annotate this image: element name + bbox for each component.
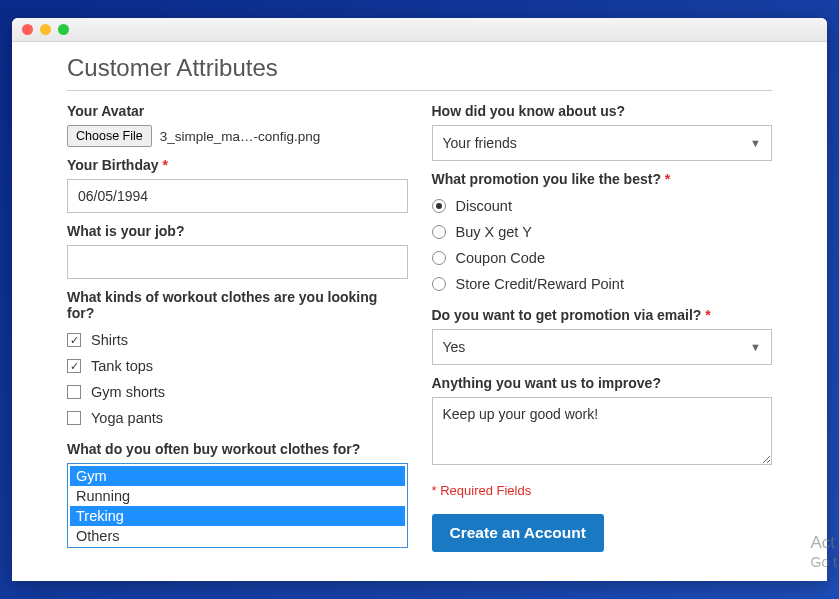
multiselect-option[interactable]: Gym: [70, 466, 405, 486]
chosen-file-name: 3_simple_ma…-config.png: [160, 129, 321, 144]
promotion-best-label-text: What promotion you like the best?: [432, 171, 661, 187]
close-icon[interactable]: [22, 24, 33, 35]
checkbox-option[interactable]: Shirts: [67, 327, 408, 353]
multiselect-option[interactable]: Running: [70, 486, 405, 506]
option-label: Gym shorts: [91, 384, 165, 400]
chevron-down-icon: ▼: [750, 137, 761, 149]
minimize-icon[interactable]: [40, 24, 51, 35]
required-marker: *: [705, 307, 710, 323]
know-about-select[interactable]: Your friends ▼: [432, 125, 773, 161]
know-about-label: How did you know about us?: [432, 103, 773, 119]
checkbox-icon[interactable]: [67, 385, 81, 399]
required-marker: *: [162, 157, 167, 173]
birthday-label: Your Birthday *: [67, 157, 408, 173]
form-content: Customer Attributes Your Avatar Choose F…: [12, 42, 827, 581]
option-label: Buy X get Y: [456, 224, 532, 240]
radio-icon[interactable]: [432, 199, 446, 213]
radio-icon[interactable]: [432, 225, 446, 239]
promo-email-select[interactable]: Yes ▼: [432, 329, 773, 365]
checkbox-option[interactable]: Tank tops: [67, 353, 408, 379]
radio-option[interactable]: Coupon Code: [432, 245, 773, 271]
promo-email-label: Do you want to get promotion via email? …: [432, 307, 773, 323]
improve-textarea[interactable]: [432, 397, 773, 465]
option-label: Shirts: [91, 332, 128, 348]
create-account-button[interactable]: Create an Account: [432, 514, 604, 552]
multiselect-option[interactable]: Others: [70, 526, 405, 546]
checkbox-option[interactable]: Gym shorts: [67, 379, 408, 405]
choose-file-button[interactable]: Choose File: [67, 125, 152, 147]
required-marker: *: [665, 171, 670, 187]
job-input[interactable]: [67, 245, 408, 279]
page-title: Customer Attributes: [67, 54, 772, 91]
option-label: Yoga pants: [91, 410, 163, 426]
checkbox-icon[interactable]: [67, 333, 81, 347]
job-label: What is your job?: [67, 223, 408, 239]
radio-option[interactable]: Buy X get Y: [432, 219, 773, 245]
radio-option[interactable]: Discount: [432, 193, 773, 219]
multiselect-option[interactable]: Treking: [70, 506, 405, 526]
buy-for-multiselect[interactable]: Gym Running Treking Others: [67, 463, 408, 548]
radio-option[interactable]: Store Credit/Reward Point: [432, 271, 773, 297]
promotion-best-label: What promotion you like the best? *: [432, 171, 773, 187]
avatar-file-row: Choose File 3_simple_ma…-config.png: [67, 125, 408, 147]
checkbox-icon[interactable]: [67, 411, 81, 425]
improve-label: Anything you want us to improve?: [432, 375, 773, 391]
buy-for-label: What do you often buy workout clothes fo…: [67, 441, 408, 457]
select-value: Your friends: [443, 135, 517, 151]
left-column: Your Avatar Choose File 3_simple_ma…-con…: [67, 103, 408, 552]
window-titlebar: [12, 18, 827, 42]
app-window: Customer Attributes Your Avatar Choose F…: [12, 18, 827, 581]
right-column: How did you know about us? Your friends …: [432, 103, 773, 552]
option-label: Tank tops: [91, 358, 153, 374]
workout-kinds-label: What kinds of workout clothes are you lo…: [67, 289, 408, 321]
maximize-icon[interactable]: [58, 24, 69, 35]
chevron-down-icon: ▼: [750, 341, 761, 353]
radio-icon[interactable]: [432, 277, 446, 291]
select-value: Yes: [443, 339, 466, 355]
required-fields-note: * Required Fields: [432, 483, 773, 498]
checkbox-option[interactable]: Yoga pants: [67, 405, 408, 431]
birthday-input[interactable]: [67, 179, 408, 213]
promotion-options: Discount Buy X get Y Coupon Code Store C…: [432, 193, 773, 297]
workout-kinds-options: Shirts Tank tops Gym shorts Yoga pants: [67, 327, 408, 431]
radio-icon[interactable]: [432, 251, 446, 265]
option-label: Store Credit/Reward Point: [456, 276, 624, 292]
promo-email-label-text: Do you want to get promotion via email?: [432, 307, 702, 323]
avatar-label: Your Avatar: [67, 103, 408, 119]
option-label: Discount: [456, 198, 512, 214]
birthday-label-text: Your Birthday: [67, 157, 159, 173]
option-label: Coupon Code: [456, 250, 546, 266]
checkbox-icon[interactable]: [67, 359, 81, 373]
